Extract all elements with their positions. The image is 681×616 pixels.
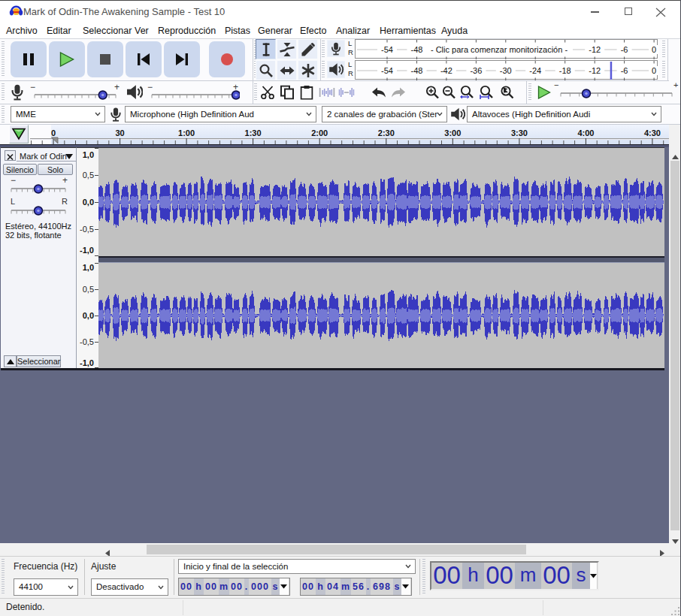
- svg-text:1:30: 1:30: [245, 128, 262, 137]
- svg-text:-12: -12: [589, 66, 601, 75]
- svg-text:3:30: 3:30: [511, 128, 528, 137]
- svg-text:-36: -36: [470, 66, 482, 75]
- svg-text:-54: -54: [381, 66, 393, 75]
- svg-text:0: 0: [51, 128, 56, 137]
- svg-text:-42: -42: [440, 66, 452, 75]
- svg-text:2:00: 2:00: [311, 128, 328, 137]
- svg-text:0: 0: [652, 45, 656, 54]
- svg-text:-48: -48: [411, 45, 423, 54]
- svg-text:-54: -54: [381, 45, 393, 54]
- svg-text:-18: -18: [559, 66, 571, 75]
- svg-text:4:00: 4:00: [577, 128, 594, 137]
- svg-text:- Clic para comenzar monitoriz: - Clic para comenzar monitorización -: [431, 45, 568, 54]
- svg-text:-12: -12: [589, 45, 601, 54]
- svg-text:4:30: 4:30: [644, 128, 661, 137]
- svg-text:-48: -48: [411, 66, 423, 75]
- svg-text:3:00: 3:00: [444, 128, 461, 137]
- svg-text:-30: -30: [500, 66, 512, 75]
- svg-text:-24: -24: [529, 66, 541, 75]
- svg-text:-6: -6: [621, 66, 628, 75]
- svg-text:2:30: 2:30: [378, 128, 395, 137]
- svg-text:1:00: 1:00: [178, 128, 195, 137]
- svg-text:30: 30: [115, 128, 124, 137]
- svg-text:0: 0: [652, 66, 656, 75]
- svg-text:-6: -6: [621, 45, 628, 54]
